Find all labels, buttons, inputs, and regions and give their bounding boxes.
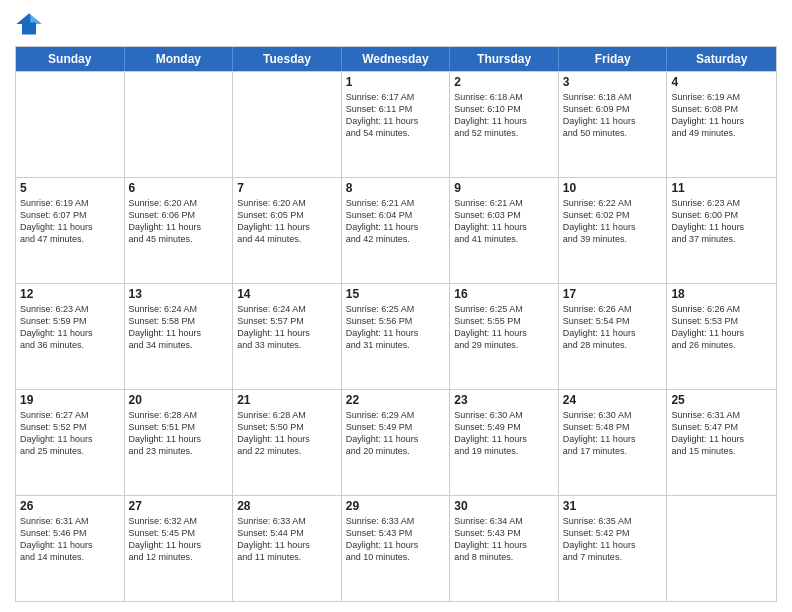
day-number: 27: [129, 499, 229, 513]
day-cell-30: 30Sunrise: 6:34 AM Sunset: 5:43 PM Dayli…: [450, 496, 559, 601]
header-day-sunday: Sunday: [16, 47, 125, 71]
day-info: Sunrise: 6:28 AM Sunset: 5:50 PM Dayligh…: [237, 409, 337, 458]
day-cell-3: 3Sunrise: 6:18 AM Sunset: 6:09 PM Daylig…: [559, 72, 668, 177]
day-number: 2: [454, 75, 554, 89]
header-day-thursday: Thursday: [450, 47, 559, 71]
day-cell-11: 11Sunrise: 6:23 AM Sunset: 6:00 PM Dayli…: [667, 178, 776, 283]
day-number: 6: [129, 181, 229, 195]
day-info: Sunrise: 6:26 AM Sunset: 5:54 PM Dayligh…: [563, 303, 663, 352]
day-cell-29: 29Sunrise: 6:33 AM Sunset: 5:43 PM Dayli…: [342, 496, 451, 601]
day-info: Sunrise: 6:19 AM Sunset: 6:08 PM Dayligh…: [671, 91, 772, 140]
day-number: 4: [671, 75, 772, 89]
day-number: 14: [237, 287, 337, 301]
day-cell-5: 5Sunrise: 6:19 AM Sunset: 6:07 PM Daylig…: [16, 178, 125, 283]
day-info: Sunrise: 6:33 AM Sunset: 5:44 PM Dayligh…: [237, 515, 337, 564]
day-cell-17: 17Sunrise: 6:26 AM Sunset: 5:54 PM Dayli…: [559, 284, 668, 389]
calendar-body: 1Sunrise: 6:17 AM Sunset: 6:11 PM Daylig…: [16, 71, 776, 601]
day-info: Sunrise: 6:24 AM Sunset: 5:58 PM Dayligh…: [129, 303, 229, 352]
day-number: 23: [454, 393, 554, 407]
day-info: Sunrise: 6:33 AM Sunset: 5:43 PM Dayligh…: [346, 515, 446, 564]
logo-icon: [15, 10, 43, 38]
day-number: 30: [454, 499, 554, 513]
day-number: 7: [237, 181, 337, 195]
day-number: 17: [563, 287, 663, 301]
day-info: Sunrise: 6:18 AM Sunset: 6:10 PM Dayligh…: [454, 91, 554, 140]
day-info: Sunrise: 6:31 AM Sunset: 5:46 PM Dayligh…: [20, 515, 120, 564]
header: [15, 10, 777, 38]
day-cell-22: 22Sunrise: 6:29 AM Sunset: 5:49 PM Dayli…: [342, 390, 451, 495]
day-number: 25: [671, 393, 772, 407]
day-cell-6: 6Sunrise: 6:20 AM Sunset: 6:06 PM Daylig…: [125, 178, 234, 283]
day-number: 18: [671, 287, 772, 301]
day-cell-18: 18Sunrise: 6:26 AM Sunset: 5:53 PM Dayli…: [667, 284, 776, 389]
day-number: 31: [563, 499, 663, 513]
day-info: Sunrise: 6:23 AM Sunset: 6:00 PM Dayligh…: [671, 197, 772, 246]
empty-cell-4-6: [667, 496, 776, 601]
empty-cell-0-0: [16, 72, 125, 177]
day-cell-4: 4Sunrise: 6:19 AM Sunset: 6:08 PM Daylig…: [667, 72, 776, 177]
header-day-wednesday: Wednesday: [342, 47, 451, 71]
day-info: Sunrise: 6:29 AM Sunset: 5:49 PM Dayligh…: [346, 409, 446, 458]
day-info: Sunrise: 6:21 AM Sunset: 6:03 PM Dayligh…: [454, 197, 554, 246]
page: SundayMondayTuesdayWednesdayThursdayFrid…: [0, 0, 792, 612]
day-info: Sunrise: 6:22 AM Sunset: 6:02 PM Dayligh…: [563, 197, 663, 246]
day-info: Sunrise: 6:30 AM Sunset: 5:49 PM Dayligh…: [454, 409, 554, 458]
day-cell-1: 1Sunrise: 6:17 AM Sunset: 6:11 PM Daylig…: [342, 72, 451, 177]
day-cell-10: 10Sunrise: 6:22 AM Sunset: 6:02 PM Dayli…: [559, 178, 668, 283]
day-cell-8: 8Sunrise: 6:21 AM Sunset: 6:04 PM Daylig…: [342, 178, 451, 283]
day-cell-20: 20Sunrise: 6:28 AM Sunset: 5:51 PM Dayli…: [125, 390, 234, 495]
day-number: 24: [563, 393, 663, 407]
day-cell-28: 28Sunrise: 6:33 AM Sunset: 5:44 PM Dayli…: [233, 496, 342, 601]
calendar-row-1: 5Sunrise: 6:19 AM Sunset: 6:07 PM Daylig…: [16, 177, 776, 283]
day-cell-7: 7Sunrise: 6:20 AM Sunset: 6:05 PM Daylig…: [233, 178, 342, 283]
day-number: 8: [346, 181, 446, 195]
day-cell-12: 12Sunrise: 6:23 AM Sunset: 5:59 PM Dayli…: [16, 284, 125, 389]
day-number: 21: [237, 393, 337, 407]
day-info: Sunrise: 6:34 AM Sunset: 5:43 PM Dayligh…: [454, 515, 554, 564]
day-info: Sunrise: 6:31 AM Sunset: 5:47 PM Dayligh…: [671, 409, 772, 458]
logo: [15, 10, 45, 38]
day-cell-21: 21Sunrise: 6:28 AM Sunset: 5:50 PM Dayli…: [233, 390, 342, 495]
day-number: 29: [346, 499, 446, 513]
day-cell-23: 23Sunrise: 6:30 AM Sunset: 5:49 PM Dayli…: [450, 390, 559, 495]
day-number: 15: [346, 287, 446, 301]
calendar-header: SundayMondayTuesdayWednesdayThursdayFrid…: [16, 47, 776, 71]
day-number: 20: [129, 393, 229, 407]
day-number: 19: [20, 393, 120, 407]
day-info: Sunrise: 6:23 AM Sunset: 5:59 PM Dayligh…: [20, 303, 120, 352]
day-info: Sunrise: 6:27 AM Sunset: 5:52 PM Dayligh…: [20, 409, 120, 458]
day-info: Sunrise: 6:20 AM Sunset: 6:05 PM Dayligh…: [237, 197, 337, 246]
header-day-tuesday: Tuesday: [233, 47, 342, 71]
calendar-row-4: 26Sunrise: 6:31 AM Sunset: 5:46 PM Dayli…: [16, 495, 776, 601]
empty-cell-0-1: [125, 72, 234, 177]
day-number: 11: [671, 181, 772, 195]
day-cell-31: 31Sunrise: 6:35 AM Sunset: 5:42 PM Dayli…: [559, 496, 668, 601]
day-info: Sunrise: 6:25 AM Sunset: 5:55 PM Dayligh…: [454, 303, 554, 352]
day-info: Sunrise: 6:28 AM Sunset: 5:51 PM Dayligh…: [129, 409, 229, 458]
day-cell-9: 9Sunrise: 6:21 AM Sunset: 6:03 PM Daylig…: [450, 178, 559, 283]
empty-cell-0-2: [233, 72, 342, 177]
day-number: 22: [346, 393, 446, 407]
day-info: Sunrise: 6:19 AM Sunset: 6:07 PM Dayligh…: [20, 197, 120, 246]
day-cell-15: 15Sunrise: 6:25 AM Sunset: 5:56 PM Dayli…: [342, 284, 451, 389]
day-number: 13: [129, 287, 229, 301]
day-cell-2: 2Sunrise: 6:18 AM Sunset: 6:10 PM Daylig…: [450, 72, 559, 177]
header-day-saturday: Saturday: [667, 47, 776, 71]
day-number: 10: [563, 181, 663, 195]
day-info: Sunrise: 6:24 AM Sunset: 5:57 PM Dayligh…: [237, 303, 337, 352]
day-info: Sunrise: 6:20 AM Sunset: 6:06 PM Dayligh…: [129, 197, 229, 246]
day-number: 28: [237, 499, 337, 513]
day-cell-16: 16Sunrise: 6:25 AM Sunset: 5:55 PM Dayli…: [450, 284, 559, 389]
day-number: 16: [454, 287, 554, 301]
day-info: Sunrise: 6:32 AM Sunset: 5:45 PM Dayligh…: [129, 515, 229, 564]
day-number: 1: [346, 75, 446, 89]
day-info: Sunrise: 6:35 AM Sunset: 5:42 PM Dayligh…: [563, 515, 663, 564]
calendar-row-3: 19Sunrise: 6:27 AM Sunset: 5:52 PM Dayli…: [16, 389, 776, 495]
day-number: 3: [563, 75, 663, 89]
day-info: Sunrise: 6:17 AM Sunset: 6:11 PM Dayligh…: [346, 91, 446, 140]
day-info: Sunrise: 6:18 AM Sunset: 6:09 PM Dayligh…: [563, 91, 663, 140]
day-number: 26: [20, 499, 120, 513]
svg-marker-1: [29, 14, 42, 25]
day-number: 12: [20, 287, 120, 301]
day-info: Sunrise: 6:26 AM Sunset: 5:53 PM Dayligh…: [671, 303, 772, 352]
